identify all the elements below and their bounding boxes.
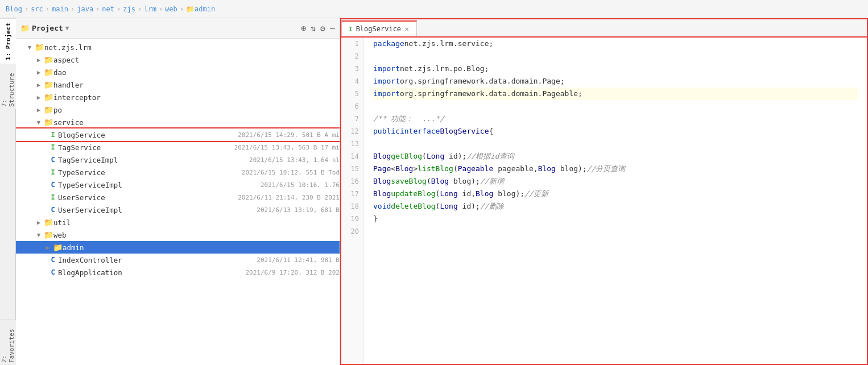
class-icon: C: [48, 156, 58, 164]
breadcrumb-blog[interactable]: Blog: [6, 5, 22, 13]
code-line-12: public interface BlogService {: [373, 125, 858, 138]
sidebar-tab-favorites[interactable]: 2: Favorites: [0, 320, 16, 365]
breadcrumb-java[interactable]: java: [77, 5, 93, 13]
class-icon: C: [48, 268, 58, 276]
tree-item-TagServiceImpl[interactable]: C TagServiceImpl 2021/6/15 13:43, 1.64 k…: [16, 154, 340, 166]
interface-icon: I: [48, 143, 58, 151]
code-line-6: [373, 100, 858, 113]
project-header: 📁 Project ▼ ⊕ ⇅ ⚙ —: [16, 18, 340, 39]
breadcrumb-src[interactable]: src: [31, 5, 43, 13]
interface-icon: I: [48, 193, 58, 201]
class-icon: C: [48, 256, 58, 264]
editor-tab-BlogService[interactable]: I BlogService ×: [341, 20, 417, 36]
code-content[interactable]: package net.zjs.lrm.service;import net.z…: [364, 38, 867, 364]
line-numbers: 1 2 3 4 5 6 7 12 13 14 15 16 17 18 19 20: [341, 38, 364, 364]
folder-icon: 📁: [43, 230, 53, 239]
tree-item-UserService[interactable]: I UserService 2021/6/11 21:14, 230 B 202…: [16, 191, 340, 204]
editor-tab-bar: I BlogService ×: [341, 19, 867, 38]
breadcrumb: Blog › src › main › java › net › zjs › l…: [0, 0, 868, 18]
expand-arrow: ▼: [34, 231, 43, 239]
sidebar-tab-project[interactable]: 1: Project: [0, 18, 16, 64]
tree-item-TypeService[interactable]: I TypeService 2021/6/15 10:12, 551 B Tod: [16, 166, 340, 179]
code-line-5: import org.springframework.data.domain.P…: [373, 88, 858, 100]
tree-item-service[interactable]: ▼ 📁 service: [16, 116, 340, 128]
tree-item-handler[interactable]: ▶ 📁 handler: [16, 78, 340, 91]
left-side-tabs: 1: Project 7: Structure 2: Favorites: [0, 18, 16, 365]
code-line-18: void deleteBlog(Long id);//删除: [373, 200, 858, 213]
class-icon: C: [48, 181, 58, 189]
expand-arrow: ▶: [34, 56, 43, 64]
code-line-15: Page<Blog> listBlog(Pageable pageable,Bl…: [373, 163, 858, 175]
project-tree: ▼ 📁 net.zjs.lrm ▶ 📁 aspect ▶ 📁 dao: [16, 39, 340, 365]
tree-item-dao[interactable]: ▶ 📁 dao: [16, 66, 340, 78]
sort-icon[interactable]: ⇅: [311, 23, 316, 34]
project-panel: 📁 Project ▼ ⊕ ⇅ ⚙ — ▼ 📁 net.zjs.lrm: [16, 18, 340, 365]
editor-area: I BlogService × 1 2 3 4 5 6 7 12 13 14 1…: [340, 18, 868, 365]
breadcrumb-web[interactable]: web: [165, 5, 177, 13]
breadcrumb-lrm[interactable]: lrm: [144, 5, 156, 13]
code-line-2: [373, 50, 858, 63]
tree-item-BlogApplication[interactable]: C BlogApplication 2021/6/9 17:20, 312 B …: [16, 266, 340, 279]
tab-label: BlogService: [356, 25, 401, 33]
code-line-16: Blog saveBlog(Blog blog);//新增: [373, 175, 858, 188]
minimize-icon[interactable]: —: [330, 23, 335, 34]
breadcrumb-folder-icon: 📁: [186, 5, 195, 13]
expand-arrow: ▶: [34, 81, 43, 89]
breadcrumb-admin[interactable]: admin: [195, 5, 215, 13]
code-line-1: package net.zjs.lrm.service;: [373, 38, 858, 50]
interface-icon: I: [48, 131, 58, 139]
expand-arrow: ▼: [34, 119, 43, 126]
folder-icon: 📁: [52, 243, 63, 252]
add-content-icon[interactable]: ⊕: [301, 23, 306, 34]
code-line-17: Blog updateBlog(Long id,Blog blog);//更新: [373, 188, 858, 200]
settings-icon[interactable]: ⚙: [320, 23, 325, 34]
class-icon: C: [48, 206, 58, 214]
tree-item-net-zjs-lrm[interactable]: ▼ 📁 net.zjs.lrm: [16, 41, 340, 53]
expand-arrow: ▶: [34, 94, 43, 101]
tree-item-util[interactable]: ▶ 📁 util: [16, 216, 340, 229]
expand-arrow: ▶: [34, 106, 43, 114]
expand-arrow: ▶: [43, 244, 52, 251]
sidebar-tab-structure[interactable]: 7: Structure: [0, 64, 16, 109]
interface-icon: I: [349, 26, 353, 33]
code-line-13: [373, 138, 858, 150]
tree-item-TagService[interactable]: I TagService 2021/6/15 13:43, 563 B 17 m…: [16, 141, 340, 154]
code-line-20: [373, 225, 858, 238]
tree-item-aspect[interactable]: ▶ 📁 aspect: [16, 53, 340, 66]
code-line-19: }: [373, 213, 858, 225]
code-line-3: import net.zjs.lrm.po.Blog;: [373, 63, 858, 75]
breadcrumb-net[interactable]: net: [102, 5, 114, 13]
breadcrumb-main[interactable]: main: [52, 5, 68, 13]
interface-icon: I: [48, 168, 58, 176]
folder-icon: 📁: [43, 80, 53, 89]
tree-item-IndexController[interactable]: C IndexController 2021/6/11 12:41, 981 B: [16, 254, 340, 266]
folder-icon: 📁: [43, 68, 53, 77]
expand-arrow: ▶: [34, 219, 43, 226]
code-line-4: import org.springframework.data.domain.P…: [373, 75, 858, 88]
tree-item-UserServiceImpl[interactable]: C UserServiceImpl 2021/6/13 13:19, 681 B: [16, 204, 340, 216]
folder-icon: 📁: [43, 105, 53, 114]
folder-icon: 📁: [43, 218, 53, 227]
tree-item-interceptor[interactable]: ▶ 📁 interceptor: [16, 91, 340, 103]
breadcrumb-zjs[interactable]: zjs: [123, 5, 135, 13]
tree-item-web[interactable]: ▼ 📁 web: [16, 229, 340, 241]
folder-icon: 📁: [20, 24, 30, 32]
tab-close-button[interactable]: ×: [404, 24, 409, 34]
code-line-14: Blog getBlog(Long id);//根据id查询: [373, 150, 858, 163]
project-title: 📁 Project ▼: [20, 24, 69, 32]
folder-icon: 📁: [34, 43, 44, 52]
expand-arrow: ▶: [34, 69, 43, 76]
expand-arrow: ▼: [25, 44, 34, 51]
tree-item-admin[interactable]: ▶ 📁 admin: [16, 241, 340, 254]
tree-item-BlogService[interactable]: I BlogService 2021/6/15 14:29, 501 B A m…: [16, 128, 340, 141]
code-line-7: /** 功能： ...*/: [373, 113, 858, 125]
folder-icon: 📁: [43, 55, 53, 64]
tree-item-TypeServiceImpl[interactable]: C TypeServiceImpl 2021/6/15 10:16, 1.76: [16, 179, 340, 191]
code-editor[interactable]: 1 2 3 4 5 6 7 12 13 14 15 16 17 18 19 20…: [341, 38, 867, 364]
folder-icon: 📁: [43, 93, 53, 102]
tree-item-po[interactable]: ▶ 📁 po: [16, 103, 340, 116]
dropdown-arrow-icon[interactable]: ▼: [65, 24, 69, 32]
folder-icon: 📁: [43, 118, 53, 127]
project-header-icons: ⊕ ⇅ ⚙ —: [301, 23, 335, 34]
